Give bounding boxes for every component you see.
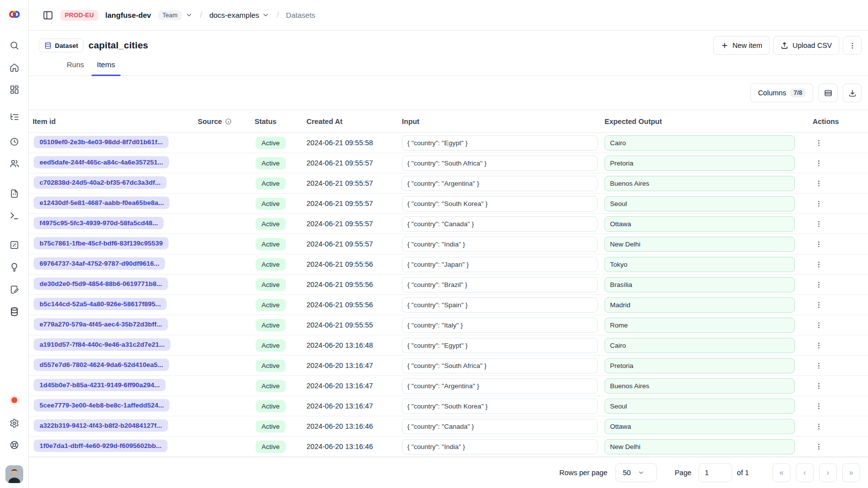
search-icon[interactable] — [9, 41, 19, 50]
evaluators-icon[interactable] — [9, 240, 19, 250]
dataset-more-actions-button[interactable] — [843, 36, 862, 55]
row-actions-button[interactable] — [813, 420, 825, 432]
row-actions-button[interactable] — [813, 157, 825, 169]
expected-output-cell[interactable]: Buenos Aires — [605, 176, 795, 191]
rows-per-page-select[interactable]: 50 — [615, 463, 657, 482]
column-header-source[interactable]: Source — [198, 118, 255, 125]
input-cell[interactable]: { "country": "Japan" } — [402, 257, 598, 272]
page-number-input[interactable] — [698, 463, 732, 482]
item-id-pill[interactable]: a1910d57-7f84-440c-9e46-a31c2d7e21... — [34, 338, 171, 351]
settings-gear-icon[interactable] — [9, 418, 19, 428]
item-id-pill[interactable]: a322b319-9412-4f43-b8f2-b20484127f... — [34, 419, 168, 432]
dashboard-icon[interactable] — [9, 84, 19, 94]
item-id-pill[interactable]: 5cee7779-3e00-4eb8-be8c-1affedd524... — [34, 399, 170, 411]
item-id-pill[interactable]: f4975c95-5fc3-4939-970d-58fa5cd48... — [34, 217, 164, 229]
annotation-icon[interactable] — [9, 285, 19, 294]
input-cell[interactable]: { "country": "Spain" } — [402, 297, 598, 313]
home-icon[interactable] — [9, 63, 19, 73]
new-item-button[interactable]: New item — [713, 36, 770, 55]
export-download-button[interactable] — [843, 83, 862, 102]
input-cell[interactable]: { "country": "Brazil" } — [402, 277, 598, 292]
input-cell[interactable]: { "country": "Egypt" } — [402, 338, 598, 353]
tracing-icon[interactable] — [9, 112, 19, 122]
columns-button[interactable]: Columns 7/8 — [750, 83, 813, 102]
row-actions-button[interactable] — [813, 380, 825, 392]
sidebar-toggle-icon[interactable] — [43, 10, 53, 21]
input-cell[interactable]: { "country": "South Korea" } — [402, 399, 598, 414]
user-avatar[interactable] — [5, 465, 23, 483]
column-header-input[interactable]: Input — [402, 118, 605, 125]
input-cell[interactable]: { "country": "Canada" } — [402, 419, 598, 434]
next-page-button[interactable]: › — [819, 463, 837, 482]
row-actions-button[interactable] — [813, 258, 825, 270]
item-id-pill[interactable]: 1d45b0e7-b85a-4231-9149-6ff90a294... — [34, 379, 166, 391]
expected-output-cell[interactable]: Pretoria — [605, 358, 795, 373]
row-actions-button[interactable] — [813, 137, 825, 149]
expected-output-cell[interactable]: Rome — [605, 318, 795, 333]
item-id-pill[interactable]: e12430df-5e81-4687-aabb-f0ea65be8a... — [34, 197, 170, 209]
row-actions-button[interactable] — [813, 339, 825, 351]
item-id-pill[interactable]: eed5dafe-244f-465c-a84c-4a6e357251... — [34, 156, 169, 168]
project-switcher[interactable]: docs-examples — [209, 11, 269, 19]
item-id-pill[interactable]: 69764737-34af-4752-9787-d90df9616... — [34, 257, 165, 270]
row-actions-button[interactable] — [813, 198, 825, 209]
expected-output-cell[interactable]: Buenos Aires — [605, 378, 795, 394]
datasets-icon[interactable] — [9, 307, 19, 317]
row-height-button[interactable] — [818, 83, 838, 102]
langfuse-logo-icon[interactable] — [8, 8, 21, 21]
item-id-pill[interactable]: e779a270-579a-4f45-aec4-35b72d3bff... — [34, 318, 168, 330]
item-id-pill[interactable]: 05109ef0-2e3b-4e03-98dd-8f7d01b61f... — [34, 136, 169, 148]
upload-csv-button[interactable]: Upload CSV — [773, 36, 839, 55]
row-actions-button[interactable] — [813, 360, 825, 371]
row-actions-button[interactable] — [813, 279, 825, 290]
item-id-pill[interactable]: b5c144cd-52a5-4a80-926e-58617f895... — [34, 298, 167, 310]
expected-output-cell[interactable]: Pretoria — [605, 156, 795, 171]
item-id-pill[interactable]: b75c7861-1fbe-45cf-bdf6-83f139c95539 — [34, 237, 169, 249]
expected-output-cell[interactable]: New Delhi — [605, 439, 795, 454]
column-header-created-at[interactable]: Created At — [306, 118, 402, 125]
info-icon[interactable] — [225, 118, 232, 125]
chevron-down-icon[interactable] — [185, 11, 193, 19]
column-header-status[interactable]: Status — [255, 118, 306, 125]
column-header-item-id[interactable]: Item id — [33, 118, 198, 125]
input-cell[interactable]: { "country": "South Africa" } — [402, 156, 598, 171]
expected-output-cell[interactable]: New Delhi — [605, 237, 795, 252]
input-cell[interactable]: { "country": "India" } — [402, 439, 598, 454]
last-page-button[interactable]: » — [842, 463, 860, 482]
input-cell[interactable]: { "country": "India" } — [402, 237, 598, 252]
item-id-pill[interactable]: c702838d-24d5-40a2-bf35-67dc3a3df... — [34, 176, 167, 189]
row-actions-button[interactable] — [813, 441, 825, 452]
sessions-clock-icon[interactable] — [9, 137, 19, 147]
tab-items[interactable]: Items — [91, 60, 121, 76]
previous-page-button[interactable]: ‹ — [796, 463, 814, 482]
expected-output-cell[interactable]: Seoul — [605, 399, 795, 414]
first-page-button[interactable]: « — [773, 463, 790, 482]
recording-status-dot[interactable] — [9, 395, 19, 405]
playground-terminal-icon[interactable] — [9, 211, 19, 221]
expected-output-cell[interactable]: Ottawa — [605, 216, 795, 232]
org-name[interactable]: langfuse-dev — [105, 11, 151, 19]
row-actions-button[interactable] — [813, 319, 825, 331]
prompts-icon[interactable] — [9, 189, 19, 199]
item-id-pill[interactable]: de30d2e0-f5d9-4854-88b6-0619771b8... — [34, 278, 168, 290]
column-header-expected-output[interactable]: Expected Output — [605, 118, 806, 125]
users-icon[interactable] — [9, 159, 19, 168]
tab-runs[interactable]: Runs — [61, 60, 89, 76]
input-cell[interactable]: { "country": "South Africa" } — [402, 358, 598, 373]
row-actions-button[interactable] — [813, 238, 825, 250]
expected-output-cell[interactable]: Brasília — [605, 277, 795, 292]
row-actions-button[interactable] — [813, 218, 825, 230]
input-cell[interactable]: { "country": "Canada" } — [402, 216, 598, 232]
expected-output-cell[interactable]: Seoul — [605, 196, 795, 211]
lightbulb-icon[interactable] — [9, 262, 19, 272]
row-actions-button[interactable] — [813, 177, 825, 189]
item-id-pill[interactable]: 1f0e7da1-dbff-4e60-929d-f6095602bb... — [34, 440, 168, 452]
item-id-pill[interactable]: d557e7d6-7802-4624-9da6-52d410ea5... — [34, 359, 169, 371]
support-lifebuoy-icon[interactable] — [9, 440, 19, 450]
input-cell[interactable]: { "country": "South Korea" } — [402, 196, 598, 211]
input-cell[interactable]: { "country": "Argentina" } — [402, 176, 598, 191]
expected-output-cell[interactable]: Madrid — [605, 297, 795, 313]
row-actions-button[interactable] — [813, 400, 825, 412]
input-cell[interactable]: { "country": "Egypt" } — [402, 135, 598, 151]
expected-output-cell[interactable]: Cairo — [605, 135, 795, 151]
